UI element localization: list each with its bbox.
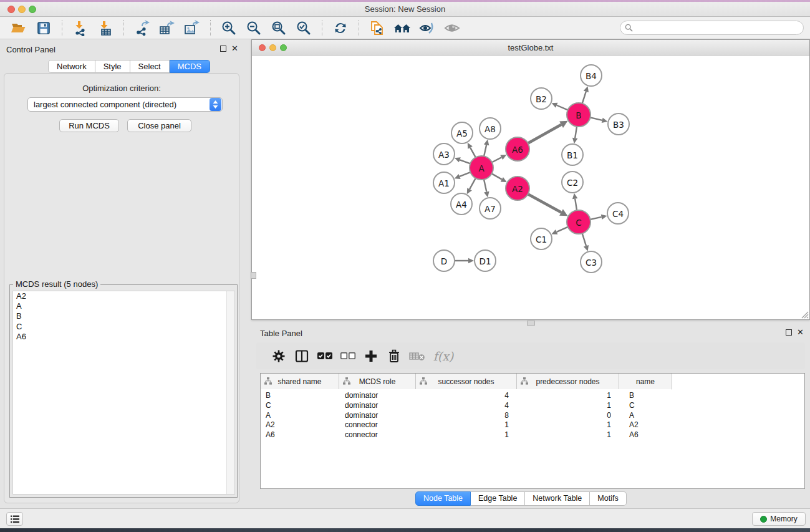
cell-MCDS-role[interactable]: dominator <box>339 411 415 421</box>
deselect-all-columns-icon[interactable] <box>336 347 359 365</box>
graph-edge-B-B2[interactable] <box>557 105 568 110</box>
refresh-view-icon[interactable] <box>331 19 350 37</box>
result-item[interactable]: B <box>13 311 234 321</box>
import-table-icon[interactable] <box>96 19 115 37</box>
delete-table-icon[interactable] <box>405 347 428 365</box>
graph-edge-A-A7[interactable] <box>484 180 486 192</box>
network-window-titlebar[interactable]: testGlobe.txt <box>252 40 809 56</box>
cell-predecessor-nodes[interactable]: 1 <box>516 430 619 440</box>
result-item[interactable]: A2 <box>13 291 234 301</box>
cell-name[interactable]: A <box>619 411 672 421</box>
cell-shared-name[interactable]: B <box>261 391 339 401</box>
run-mcds-button[interactable]: Run MCDS <box>59 119 119 132</box>
graph-edge-B-B4[interactable] <box>582 92 586 104</box>
mcds-result-list[interactable]: A2ABCA6 <box>12 291 235 495</box>
cell-shared-name[interactable]: A <box>261 411 339 421</box>
cell-predecessor-nodes[interactable]: 1 <box>516 420 619 430</box>
graph-edge-A6-B[interactable] <box>528 125 562 143</box>
zoom-fit-icon[interactable] <box>269 19 288 37</box>
graph-edge-A-A2[interactable] <box>492 173 502 179</box>
cell-predecessor-nodes[interactable]: 1 <box>516 401 619 411</box>
graph-edge-A2-C[interactable] <box>528 194 561 212</box>
graph-edge-C-C3[interactable] <box>582 233 586 246</box>
result-item[interactable]: A6 <box>13 332 234 342</box>
table-panel-close-icon[interactable]: ✕ <box>797 329 804 336</box>
export-network-icon[interactable] <box>133 19 152 37</box>
cell-shared-name[interactable]: A6 <box>261 430 339 440</box>
function-builder-icon[interactable]: f(x) <box>428 347 458 365</box>
tab-network[interactable]: Network <box>48 60 95 73</box>
cell-name[interactable]: A6 <box>619 430 672 440</box>
tab-edge-table[interactable]: Edge Table <box>471 491 525 506</box>
open-file-icon[interactable] <box>9 19 28 37</box>
cell-MCDS-role[interactable]: dominator <box>339 401 415 411</box>
graph-edge-A-A1[interactable] <box>460 172 470 177</box>
table-row[interactable]: A2connector11A2 <box>261 420 804 430</box>
graph-edge-B-B3[interactable] <box>590 117 602 120</box>
control-panel-float-icon[interactable] <box>220 46 226 52</box>
save-session-icon[interactable] <box>34 19 53 37</box>
search-box[interactable] <box>620 21 804 35</box>
cell-successor-nodes[interactable]: 8 <box>415 411 516 421</box>
delete-column-icon[interactable] <box>382 347 405 365</box>
table-row[interactable]: A6connector11A6 <box>261 430 804 440</box>
result-list-scrollbar[interactable] <box>226 291 234 494</box>
graph-edge-A-A4[interactable] <box>470 178 476 190</box>
show-panels-list-button[interactable] <box>6 512 23 526</box>
column-header-MCDS-role[interactable]: MCDS role <box>339 374 415 389</box>
tab-node-table[interactable]: Node Table <box>415 491 471 506</box>
result-item[interactable]: C <box>13 322 234 332</box>
tab-motifs[interactable]: Motifs <box>590 491 626 506</box>
cell-successor-nodes[interactable]: 4 <box>415 391 516 401</box>
zoom-out-icon[interactable] <box>244 19 263 37</box>
import-network-icon[interactable] <box>71 19 90 37</box>
cell-shared-name[interactable]: A2 <box>261 420 339 430</box>
export-table-icon[interactable] <box>158 19 176 37</box>
cell-successor-nodes[interactable]: 4 <box>415 401 516 411</box>
graph-edge-C-C1[interactable] <box>557 227 568 232</box>
table-row[interactable]: Adominator80A <box>261 411 804 421</box>
home-view-icon[interactable] <box>393 19 412 37</box>
vertical-scrollbar-stub[interactable] <box>251 272 256 279</box>
graph-edge-C-C4[interactable] <box>591 217 602 220</box>
toggle-bird-eye-view-icon[interactable] <box>443 19 461 37</box>
cell-predecessor-nodes[interactable]: 1 <box>516 391 619 401</box>
table-row[interactable]: Bdominator41B <box>261 391 804 401</box>
tab-style[interactable]: Style <box>95 60 130 73</box>
table-panel-float-icon[interactable] <box>786 329 792 336</box>
graph-edge-B-B1[interactable] <box>575 127 577 138</box>
cell-successor-nodes[interactable]: 1 <box>415 430 516 440</box>
graph-edge-A-A6[interactable] <box>492 157 501 162</box>
cell-name[interactable]: B <box>619 391 672 401</box>
graph-edge-A-A5[interactable] <box>470 148 476 158</box>
toggle-graphics-details-icon[interactable] <box>418 19 436 37</box>
tab-network-table[interactable]: Network Table <box>525 491 590 506</box>
window-resize-grip[interactable] <box>799 309 809 319</box>
graph-edge-A-A8[interactable] <box>484 145 486 156</box>
optimization-criterion-select[interactable]: largest connected component (directed) <box>27 97 223 112</box>
column-header-successor-nodes[interactable]: successor nodes <box>415 374 516 389</box>
table-settings-gear-icon[interactable] <box>267 347 290 365</box>
close-panel-button[interactable]: Close panel <box>127 119 191 132</box>
export-image-icon[interactable] <box>183 19 201 37</box>
add-column-icon[interactable] <box>359 347 382 365</box>
cell-predecessor-nodes[interactable]: 0 <box>516 411 619 421</box>
zoom-selected-icon[interactable] <box>294 19 313 37</box>
memory-button[interactable]: Memory <box>752 512 806 526</box>
graph-edge-A-A3[interactable] <box>460 160 470 163</box>
zoom-in-icon[interactable] <box>219 19 238 37</box>
result-item[interactable]: A <box>13 301 234 311</box>
column-layout-icon[interactable] <box>290 347 313 365</box>
cell-MCDS-role[interactable]: connector <box>339 420 415 430</box>
cell-name[interactable]: C <box>619 401 672 411</box>
search-input[interactable] <box>635 22 803 34</box>
column-header-predecessor-nodes[interactable]: predecessor nodes <box>516 374 619 389</box>
cell-MCDS-role[interactable]: dominator <box>339 391 415 401</box>
cell-name[interactable]: A2 <box>619 420 672 430</box>
cell-successor-nodes[interactable]: 1 <box>415 420 516 430</box>
tab-select[interactable]: Select <box>130 60 170 73</box>
tab-mcds[interactable]: MCDS <box>170 60 210 73</box>
table-row[interactable]: Cdominator41C <box>261 401 804 411</box>
column-header-shared-name[interactable]: shared name <box>261 374 339 389</box>
select-all-columns-icon[interactable] <box>313 347 336 365</box>
